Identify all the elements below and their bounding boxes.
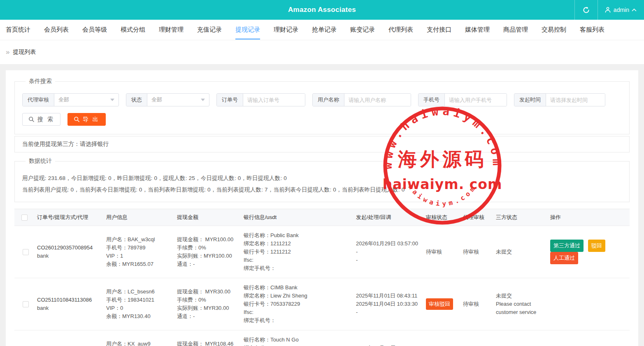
tab-member-list[interactable]: 会员列表 bbox=[44, 20, 69, 40]
agent-audit-select[interactable]: 代理审核 全部 bbox=[22, 93, 119, 106]
app-title: Amazon Associates bbox=[0, 6, 644, 14]
user-name: 用户名：LC_bsesn6 bbox=[106, 288, 174, 296]
tab-recharge-record[interactable]: 充值记录 bbox=[197, 20, 222, 40]
bank-card-no: 银行卡号：7053378229 bbox=[244, 300, 353, 308]
start-time-input[interactable] bbox=[546, 94, 605, 106]
search-icon bbox=[28, 116, 35, 122]
tab-trade-control[interactable]: 交易控制 bbox=[542, 20, 566, 40]
withdraw-method: bank bbox=[37, 304, 103, 312]
callback-time: - bbox=[356, 308, 423, 316]
tab-grab-record[interactable]: 抢单记录 bbox=[312, 20, 337, 40]
username-group: 用户名称 bbox=[312, 93, 411, 106]
process-time: - bbox=[356, 248, 423, 256]
user-vip: VIP：0 bbox=[106, 304, 174, 312]
manual-pass-button[interactable]: 人工通过 bbox=[550, 252, 578, 264]
agent-audit-value: 全部 bbox=[58, 96, 69, 104]
status-select[interactable]: 状态 全部 bbox=[126, 93, 209, 106]
tab-mode-group[interactable]: 模式分组 bbox=[121, 20, 145, 40]
username-input[interactable] bbox=[344, 94, 411, 106]
select-all-checkbox[interactable] bbox=[21, 215, 28, 221]
agent-audit-status: 待审核 bbox=[463, 301, 479, 307]
stats-section: 数据统计 用户提现: 231.68，今日新增提现: 0，昨日新增提现: 0，提现… bbox=[14, 157, 630, 202]
col-user: 用户信息 bbox=[106, 209, 177, 226]
tab-withdraw-record[interactable]: 提现记录 bbox=[235, 20, 260, 40]
bank-name: 银行名称：CIMB Bank bbox=[244, 284, 353, 292]
reject-button[interactable]: 驳回 bbox=[588, 240, 605, 252]
start-time-label: 发起时间 bbox=[514, 94, 546, 106]
tab-media-manage[interactable]: 媒体管理 bbox=[465, 20, 490, 40]
stats-line-global: 用户提现: 231.68，今日新增提现: 0，昨日新增提现: 0，提现人数: 2… bbox=[22, 175, 622, 182]
ifsc: Ifsc: bbox=[244, 256, 353, 264]
refresh-button[interactable] bbox=[575, 0, 598, 20]
bank-name: 银行名称：Public Bank bbox=[244, 231, 353, 240]
table-row: CO2511010843113086 bank 用户名：LC_bsesn6 手机… bbox=[14, 278, 630, 330]
search-button[interactable]: 搜 索 bbox=[22, 113, 60, 126]
channel: 通道：- bbox=[177, 312, 240, 321]
user-phone: 手机号：198341021 bbox=[106, 296, 174, 304]
breadcrumb-label: 提现列表 bbox=[13, 48, 36, 56]
tab-balance-record[interactable]: 账变记录 bbox=[350, 20, 375, 40]
col-amount: 提现金额 bbox=[177, 209, 244, 226]
admin-menu[interactable]: admin bbox=[598, 0, 644, 20]
phone-group: 手机号 bbox=[418, 93, 507, 106]
status-label: 状态 bbox=[126, 94, 147, 106]
main-nav: 首页统计 会员列表 会员等级 模式分组 理财管理 充值记录 提现记录 理财记录 … bbox=[0, 20, 644, 40]
process-time: 2025年11月04日 10:33:30 bbox=[356, 300, 423, 308]
row-checkbox[interactable] bbox=[23, 301, 29, 307]
phone-input[interactable] bbox=[445, 94, 507, 106]
top-header: Amazon Associates admin bbox=[0, 0, 644, 20]
chevron-up-icon bbox=[632, 8, 637, 12]
audit-status: 待审核 bbox=[426, 249, 442, 255]
order-no-input[interactable] bbox=[243, 94, 305, 106]
order-no-group: 订单号 bbox=[216, 93, 305, 106]
col-agent: 代理审核 bbox=[463, 209, 496, 226]
order-no: CO2601290357008954 bbox=[37, 244, 103, 252]
tab-member-level[interactable]: 会员等级 bbox=[82, 20, 107, 40]
chevron-down-icon bbox=[201, 99, 205, 101]
user-name: 用户名：KX_auw9 bbox=[106, 340, 174, 346]
order-no: CO2511010843113086 bbox=[37, 296, 103, 304]
tab-finance-record[interactable]: 理财记录 bbox=[274, 20, 298, 40]
table-header-row: 订单号/提现方式/代理 用户信息 提现金额 银行信息/usdt 发起/处理/回调… bbox=[14, 209, 630, 226]
agent-audit-label: 代理审核 bbox=[23, 94, 54, 106]
export-button[interactable]: 导 出 bbox=[67, 113, 106, 126]
tab-product-manage[interactable]: 商品管理 bbox=[503, 20, 528, 40]
export-search-icon bbox=[74, 116, 80, 122]
fee: 手续费：0% bbox=[177, 244, 240, 252]
tab-pay-api[interactable]: 支付接口 bbox=[427, 20, 451, 40]
bank-card-no: 银行卡号：1211212 bbox=[244, 248, 353, 256]
col-order: 订单号/提现方式/代理 bbox=[37, 209, 106, 226]
col-audit: 审核状态 bbox=[426, 209, 463, 226]
col-bank: 银行信息/usdt bbox=[244, 209, 356, 226]
search-legend: 条件搜索 bbox=[26, 78, 55, 85]
withdraw-method: bank bbox=[37, 252, 103, 260]
user-vip: VIP：1 bbox=[106, 252, 174, 260]
row-checkbox[interactable] bbox=[23, 249, 29, 255]
third-status: 未提交 bbox=[496, 292, 547, 300]
third-party-pass-button[interactable]: 第三方通过 bbox=[550, 240, 584, 252]
tab-finance-manage[interactable]: 理财管理 bbox=[159, 20, 184, 40]
actual-amount: 实际到账：MYR30.00 bbox=[177, 304, 240, 312]
start-time-group: 发起时间 bbox=[514, 93, 605, 106]
col-third: 三方状态 bbox=[496, 209, 550, 226]
audit-status-badge: 审核驳回 bbox=[426, 298, 453, 310]
third-party-notice: 当前使用提现第三方：请选择银行 bbox=[14, 136, 630, 152]
order-no-label: 订单号 bbox=[217, 94, 243, 106]
ifsc: Ifsc: bbox=[244, 308, 353, 316]
user-balance: 余额：MYR1655.07 bbox=[106, 260, 174, 268]
callback-time: - bbox=[356, 256, 423, 264]
agent-audit-status: 待审核 bbox=[463, 249, 479, 255]
breadcrumb-arrows-icon: » bbox=[6, 48, 9, 56]
bind-name: 绑定名称：lim tze kian bbox=[244, 344, 353, 346]
tab-agent-list[interactable]: 代理列表 bbox=[388, 20, 413, 40]
phone-label: 手机号 bbox=[418, 94, 445, 106]
tab-home-stats[interactable]: 首页统计 bbox=[6, 20, 30, 40]
table-row: CO2601290357008954 bank 用户名：BAK_w3cql 手机… bbox=[14, 226, 630, 278]
admin-username: admin bbox=[614, 7, 629, 13]
create-time: 2025年10月31日 03:04:42 bbox=[356, 344, 423, 346]
tab-cs-list[interactable]: 客服列表 bbox=[580, 20, 604, 40]
bind-name: 绑定名称：1211212 bbox=[244, 240, 353, 248]
username-label: 用户名称 bbox=[313, 94, 344, 106]
stats-legend: 数据统计 bbox=[26, 157, 55, 165]
bind-name: 绑定名称：Liew Zhi Sheng bbox=[244, 292, 353, 300]
